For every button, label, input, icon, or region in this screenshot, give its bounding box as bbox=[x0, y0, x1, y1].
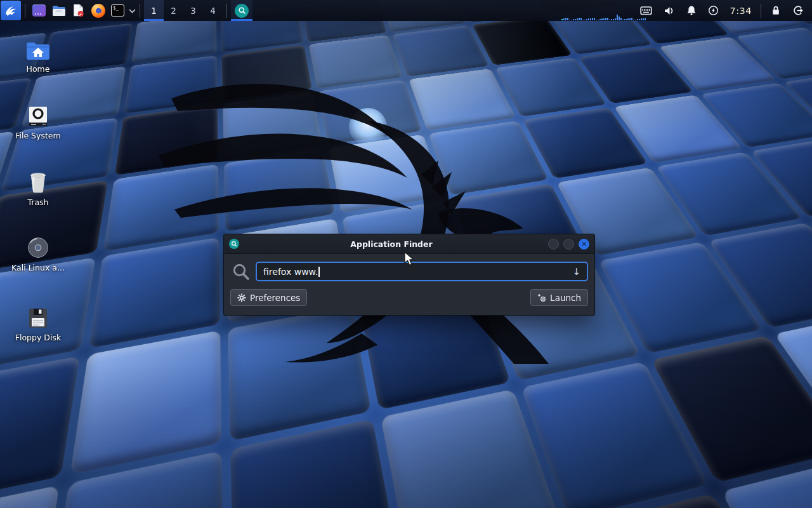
application-finder-window: Application Finder ✕ firefox www. ↓ bbox=[223, 234, 595, 316]
mouse-cursor bbox=[404, 251, 416, 267]
text-caret bbox=[318, 267, 320, 277]
kali-logo-icon bbox=[4, 4, 17, 17]
kali-dragon-graphic bbox=[159, 60, 603, 365]
gear-icon bbox=[237, 293, 246, 302]
maximize-button[interactable] bbox=[563, 239, 574, 250]
run-icon bbox=[537, 293, 546, 302]
close-button[interactable]: ✕ bbox=[579, 239, 589, 250]
home-folder-icon bbox=[6, 35, 70, 60]
search-icon bbox=[230, 262, 252, 281]
firefox-icon bbox=[91, 4, 105, 18]
workspace-button-3[interactable]: 3 bbox=[183, 0, 203, 21]
launch-button[interactable]: Launch bbox=[530, 289, 588, 306]
notifications-bell-icon[interactable] bbox=[686, 5, 697, 16]
preferences-label: Preferences bbox=[250, 293, 300, 303]
terminal-prompt-glyph: $_ bbox=[113, 5, 119, 11]
workspace-button-2[interactable]: 2 bbox=[164, 0, 183, 21]
volume-icon[interactable] bbox=[664, 6, 675, 16]
desktop-icon-home[interactable]: Home bbox=[6, 35, 70, 74]
launch-label: Launch bbox=[550, 293, 581, 303]
top-panel: $_ 1 2 3 4 bbox=[0, 0, 812, 21]
system-tray: 7:34 bbox=[634, 0, 809, 21]
application-finder-icon bbox=[235, 4, 249, 18]
search-input-value: firefox www. bbox=[263, 267, 318, 277]
desktop-screen: Home File System Trash bbox=[0, 0, 812, 508]
panel-separator bbox=[25, 4, 25, 18]
applications-menu-button[interactable] bbox=[1, 1, 21, 20]
file-manager-icon bbox=[52, 5, 66, 17]
launcher-firefox[interactable] bbox=[88, 0, 108, 21]
desktop-icon-label: Trash bbox=[6, 197, 70, 207]
preferences-button[interactable]: Preferences bbox=[230, 289, 307, 306]
keyboard-indicator-icon[interactable] bbox=[640, 5, 652, 16]
search-input[interactable]: firefox www. ↓ bbox=[256, 262, 588, 281]
logout-icon[interactable] bbox=[792, 5, 804, 16]
panel-separator bbox=[761, 4, 761, 18]
terminal-icon: $_ bbox=[111, 4, 124, 17]
launcher-text-editor[interactable] bbox=[69, 0, 88, 21]
taskbar-button-application-finder[interactable] bbox=[231, 0, 252, 21]
system-load-monitor[interactable] bbox=[561, 14, 646, 20]
trash-bin-icon bbox=[6, 168, 70, 194]
workspace-button-4[interactable]: 4 bbox=[203, 0, 223, 21]
clock[interactable]: 7:34 bbox=[730, 6, 752, 16]
desktop-icon-label: File System bbox=[6, 131, 70, 140]
desktop-icon-label: Kali Linux a... bbox=[6, 263, 70, 272]
optical-disc-icon bbox=[6, 234, 70, 259]
window-icon bbox=[229, 239, 239, 249]
desktop-icon-label: Floppy Disk bbox=[6, 333, 70, 342]
launcher-app-window[interactable] bbox=[29, 0, 49, 21]
desktop-icon-label: Home bbox=[6, 64, 70, 74]
window-title: Application Finder bbox=[239, 239, 544, 249]
drive-icon bbox=[6, 102, 70, 127]
app-window-icon bbox=[32, 4, 46, 17]
minimize-button[interactable] bbox=[548, 239, 559, 250]
terminal-dropdown-arrow[interactable] bbox=[129, 4, 136, 17]
launcher-terminal[interactable]: $_ bbox=[108, 0, 128, 21]
workspace-button-1[interactable]: 1 bbox=[144, 0, 164, 21]
expand-arrow-icon[interactable]: ↓ bbox=[572, 266, 580, 277]
panel-separator bbox=[226, 4, 227, 18]
desktop-icon-kali-cd[interactable]: Kali Linux a... bbox=[6, 234, 70, 272]
floppy-disk-icon bbox=[6, 304, 70, 329]
desktop-icon-trash[interactable]: Trash bbox=[6, 168, 70, 207]
screen-lock-icon[interactable] bbox=[771, 5, 781, 16]
power-manager-icon[interactable] bbox=[708, 5, 719, 16]
desktop-icon-floppy-disk[interactable]: Floppy Disk bbox=[6, 304, 70, 342]
panel-separator bbox=[140, 4, 140, 18]
launcher-file-manager[interactable] bbox=[49, 0, 69, 21]
text-editor-icon bbox=[73, 4, 84, 17]
desktop-icon-file-system[interactable]: File System bbox=[6, 102, 70, 140]
